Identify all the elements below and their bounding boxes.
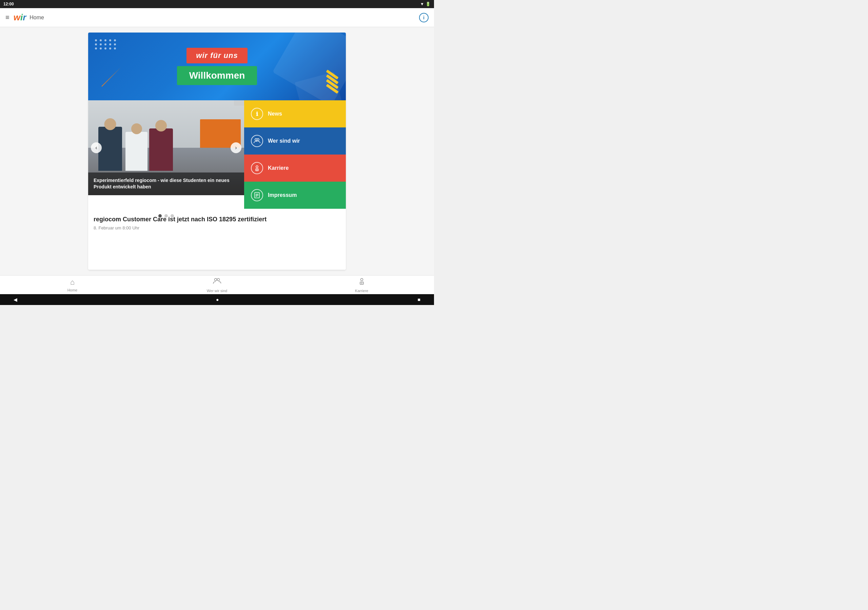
hero-dot xyxy=(104,39,107,41)
slider-prev-button[interactable]: ‹ xyxy=(91,142,102,153)
hero-dash xyxy=(326,84,338,93)
logo: wir Home xyxy=(14,12,44,23)
hero-dot xyxy=(114,48,116,50)
hero-dot xyxy=(100,48,102,50)
nav-home-label: Home xyxy=(29,15,44,21)
news-headline: regiocom Customer Care ist jetzt nach IS… xyxy=(94,215,340,223)
hero-dot xyxy=(114,39,116,41)
karriere-nav-label: Karriere xyxy=(355,289,368,293)
hero-dot xyxy=(104,48,107,50)
home-nav-label: Home xyxy=(67,288,77,292)
android-nav: ◀ ● ■ xyxy=(0,294,434,305)
hamburger-menu[interactable]: ≡ xyxy=(5,14,9,21)
karriere-button[interactable]: Karriere xyxy=(244,155,346,182)
hero-dot xyxy=(109,39,111,41)
news-icon: ℹ xyxy=(251,108,263,120)
slide-person-2 xyxy=(126,132,147,171)
content-card: wir für uns Willkommen xyxy=(88,33,346,270)
hero-dot xyxy=(100,39,102,41)
bottom-nav-wer[interactable]: Wer wir sind xyxy=(145,277,290,293)
recent-apps-button[interactable]: ■ xyxy=(418,297,420,302)
hero-subtitle: wir für uns xyxy=(186,48,247,63)
slider-wrapper: Experimentierfeld regiocom - wie diese S… xyxy=(88,100,244,209)
hero-dot xyxy=(109,48,111,50)
hero-dot xyxy=(104,43,107,45)
karriere-icon xyxy=(251,162,263,174)
wer-nav-label: Wer wir sind xyxy=(207,289,227,293)
slider-dot-3[interactable] xyxy=(170,214,174,218)
svg-point-1 xyxy=(257,139,259,141)
wer-icon xyxy=(251,135,263,147)
hero-dash xyxy=(326,70,338,79)
hero-dot xyxy=(114,43,116,45)
wer-nav-icon xyxy=(213,277,221,287)
slide-corner xyxy=(234,100,244,106)
slider-dot-2[interactable] xyxy=(164,214,168,218)
hero-dot xyxy=(95,43,97,45)
side-buttons: ℹ News Wer sind wir xyxy=(244,100,346,209)
hero-dot xyxy=(95,48,97,50)
svg-point-4 xyxy=(257,169,258,170)
hero-text-block: wir für uns Willkommen xyxy=(177,48,257,85)
slider-dot-1[interactable] xyxy=(158,214,162,218)
impressum-icon xyxy=(251,189,263,201)
slider-next-button[interactable]: › xyxy=(231,142,242,153)
main-content: wir für uns Willkommen xyxy=(0,27,434,275)
svg-point-2 xyxy=(256,166,258,168)
slide-person-1 xyxy=(98,127,122,171)
top-nav: ≡ wir Home i xyxy=(0,8,434,27)
news-label: News xyxy=(268,111,282,117)
hero-dot xyxy=(109,43,111,45)
bottom-nav-karriere[interactable]: Karriere xyxy=(289,277,434,293)
svg-point-13 xyxy=(361,283,362,284)
home-button[interactable]: ● xyxy=(216,297,219,302)
status-icons: ▼ 🔋 xyxy=(420,2,431,6)
svg-point-9 xyxy=(215,278,217,280)
slide-person-3 xyxy=(149,129,173,171)
home-icon: ⌂ xyxy=(70,278,74,287)
news-date: 8. Februar um 8:00 Uhr xyxy=(94,225,340,231)
main-section: Experimentierfeld regiocom - wie diese S… xyxy=(88,100,346,209)
slider: Experimentierfeld regiocom - wie diese S… xyxy=(88,100,244,195)
back-button[interactable]: ◀ xyxy=(14,297,17,302)
hero-dot xyxy=(100,43,102,45)
karriere-nav-icon xyxy=(358,277,366,287)
svg-rect-12 xyxy=(360,282,363,284)
hero-dots xyxy=(95,39,117,50)
wer-sind-wir-button[interactable]: Wer sind wir xyxy=(244,127,346,155)
wer-label: Wer sind wir xyxy=(268,138,300,144)
svg-point-0 xyxy=(255,139,257,141)
bottom-nav-home[interactable]: ⌂ Home xyxy=(0,278,145,292)
karriere-label: Karriere xyxy=(268,165,288,171)
wifi-icon: ▼ xyxy=(420,2,424,6)
hero-dashes xyxy=(326,73,343,90)
news-button[interactable]: ℹ News xyxy=(244,100,346,127)
svg-point-11 xyxy=(360,278,363,280)
logo-r: r xyxy=(23,12,26,22)
impressum-label: Impressum xyxy=(268,192,297,198)
news-section: regiocom Customer Care ist jetzt nach IS… xyxy=(88,209,346,236)
bottom-nav: ⌂ Home Wer wir sind Karriere xyxy=(0,275,434,294)
svg-rect-3 xyxy=(256,169,258,171)
slider-dots xyxy=(158,214,174,218)
hero-dot xyxy=(95,39,97,41)
hero-banner: wir für uns Willkommen xyxy=(88,33,346,100)
slide-caption: Experimentierfeld regiocom - wie diese S… xyxy=(88,172,244,195)
logo-w: w xyxy=(14,12,20,22)
info-button[interactable]: i xyxy=(419,13,429,22)
hero-decorative-line xyxy=(101,67,121,87)
slide-1: Experimentierfeld regiocom - wie diese S… xyxy=(88,100,244,195)
logo-text: wir xyxy=(14,12,26,23)
status-time: 12:00 xyxy=(3,2,14,6)
svg-point-10 xyxy=(217,278,220,280)
impressum-button[interactable]: Impressum xyxy=(244,182,346,209)
status-bar: 12:00 ▼ 🔋 xyxy=(0,0,434,8)
hero-title: Willkommen xyxy=(177,66,257,85)
battery-icon: 🔋 xyxy=(426,2,431,6)
